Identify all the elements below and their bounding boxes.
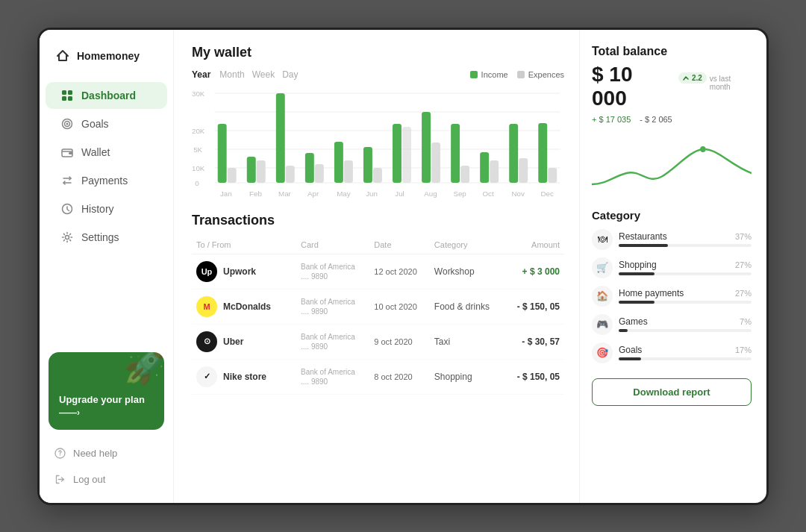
income-label: Income	[481, 70, 508, 79]
balance-income: + $ 17 035	[592, 115, 631, 124]
svg-text:Aug: Aug	[424, 190, 437, 198]
tx-date: 9 oct 2020	[369, 325, 430, 360]
right-panel: Total balance $ 10 000 2.2 vs last month…	[580, 30, 766, 503]
svg-rect-26	[257, 160, 266, 183]
col-to-from: To / From	[192, 237, 296, 254]
sidebar-item-goals[interactable]: Goals	[46, 110, 167, 137]
chart-legend: Income Expences	[470, 70, 564, 79]
cat-info: Games 7%	[619, 316, 752, 332]
cat-bar-bg	[619, 329, 752, 332]
vs-last-text: vs last month	[710, 75, 752, 91]
income-legend: Income	[470, 70, 508, 79]
cat-bar-fill	[619, 301, 655, 304]
sidebar-label-settings: Settings	[81, 231, 119, 243]
cat-bar-bg	[619, 272, 752, 275]
cat-info: Goals 17%	[619, 345, 752, 360]
svg-text:Feb: Feb	[249, 190, 262, 198]
cat-bar-bg	[619, 357, 752, 360]
sidebar-item-dashboard[interactable]: Dashboard	[46, 82, 167, 109]
need-help-item[interactable]: Need help	[49, 442, 164, 465]
sidebar-item-payments[interactable]: Payments	[46, 167, 167, 194]
download-report-button[interactable]: Download report	[592, 378, 752, 406]
svg-point-9	[66, 235, 69, 239]
svg-rect-42	[490, 160, 499, 183]
tx-name: Nike store	[223, 372, 266, 382]
main-content: My wallet Year Month Week Day Income Exp…	[174, 30, 766, 503]
cat-name: Home payments	[619, 288, 684, 298]
svg-rect-23	[218, 124, 227, 183]
svg-text:Jan: Jan	[220, 190, 232, 198]
svg-rect-41	[480, 152, 489, 183]
expense-legend: Expences	[517, 70, 564, 79]
tx-card: Bank of America.... 9890	[301, 297, 365, 316]
category-item: 🎯 Goals 17%	[592, 342, 752, 363]
logout-item[interactable]: Log out	[49, 468, 164, 491]
svg-rect-32	[344, 160, 353, 183]
svg-rect-40	[460, 166, 469, 183]
help-icon	[54, 448, 66, 459]
tx-date: 10 oct 2020	[369, 290, 430, 325]
category-title: Category	[592, 209, 752, 222]
cat-bar-bg	[619, 244, 752, 247]
tx-date: 12 oct 2020	[369, 254, 430, 290]
svg-rect-30	[315, 164, 324, 183]
upgrade-card[interactable]: 🚀 Upgrade your plan ——›	[49, 352, 164, 430]
tx-logo: ✓	[196, 366, 217, 387]
balance-amount: $ 10 000	[592, 63, 669, 110]
category-item: 🏠 Home payments 27%	[592, 286, 752, 307]
cat-icon: 🎮	[592, 314, 613, 335]
balance-expense: - $ 2 065	[640, 115, 672, 124]
sidebar-item-settings[interactable]: Settings	[46, 224, 167, 251]
total-balance-title: Total balance	[592, 45, 752, 58]
svg-rect-34	[373, 168, 382, 183]
year-period[interactable]: Year	[192, 69, 210, 80]
cat-bar-fill	[619, 329, 628, 332]
svg-text:Jun: Jun	[366, 190, 378, 198]
week-period[interactable]: Week	[252, 69, 275, 80]
tx-card: Bank of America.... 9890	[301, 367, 365, 387]
col-category: Category	[430, 237, 504, 254]
svg-rect-38	[431, 143, 440, 183]
day-period[interactable]: Day	[282, 69, 298, 80]
cat-pct: 17%	[735, 345, 752, 354]
svg-text:Dec: Dec	[541, 190, 554, 198]
tx-amount: - $ 150, 05	[517, 301, 560, 312]
center-panel: My wallet Year Month Week Day Income Exp…	[174, 30, 580, 503]
month-period[interactable]: Month	[219, 69, 244, 80]
cat-bar-bg	[619, 301, 752, 304]
sidebar-label-goals: Goals	[81, 118, 109, 130]
total-balance-section: Total balance $ 10 000 2.2 vs last month…	[592, 45, 752, 124]
cat-pct: 7%	[740, 317, 752, 326]
nav-items: Dashboard Goals	[40, 82, 173, 343]
balance-sub: + $ 17 035 - $ 2 065	[592, 115, 752, 124]
tx-category: Taxi	[430, 325, 504, 360]
table-row[interactable]: M McDonalds Bank of America.... 9890 10 …	[192, 290, 564, 325]
table-row[interactable]: ✓ Nike store Bank of America.... 9890 8 …	[192, 360, 564, 395]
bar-chart: 30K 20K 10K 5K 0	[192, 86, 564, 205]
logout-icon	[54, 474, 66, 485]
tx-card: Bank of America.... 9890	[301, 262, 365, 281]
cat-icon: 🎯	[592, 342, 613, 363]
chart-controls: Year Month Week Day Income Expences	[192, 69, 564, 80]
svg-text:Mar: Mar	[278, 190, 291, 198]
settings-icon	[60, 231, 74, 244]
category-item: 🛒 Shopping 27%	[592, 257, 752, 278]
tx-amount: - $ 150, 05	[517, 372, 560, 382]
bar-chart-container: 30K 20K 10K 5K 0	[192, 86, 564, 205]
need-help-label: Need help	[73, 448, 117, 459]
svg-text:5K: 5K	[193, 146, 203, 154]
expense-dot	[517, 71, 525, 78]
logo: Homemoney	[40, 48, 173, 82]
cat-info: Restaurants 37%	[619, 231, 752, 247]
sidebar-item-history[interactable]: History	[46, 195, 167, 222]
sidebar-item-wallet[interactable]: Wallet	[46, 139, 167, 166]
category-list: 🍽 Restaurants 37% 🛒 Shopping 27% 🏠 Ho	[592, 229, 752, 363]
svg-text:20K: 20K	[192, 128, 205, 135]
svg-rect-1	[68, 90, 72, 95]
svg-text:Apr: Apr	[307, 190, 319, 198]
table-row[interactable]: ⊙ Uber Bank of America.... 9890 9 oct 20…	[192, 325, 564, 360]
svg-rect-35	[393, 124, 402, 183]
table-row[interactable]: Up Upwork Bank of America.... 9890 12 oc…	[192, 254, 564, 290]
sidebar-label-wallet: Wallet	[81, 146, 110, 158]
svg-point-59	[700, 146, 705, 152]
